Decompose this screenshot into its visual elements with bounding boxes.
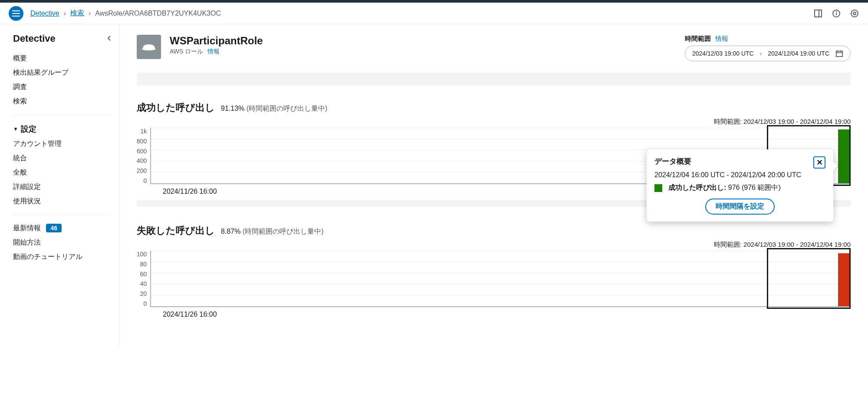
svg-rect-10 <box>836 51 842 57</box>
legend-swatch-icon <box>654 184 662 192</box>
nav-getting-started[interactable]: 開始方法 <box>13 235 119 250</box>
caret-down-icon: ▼ <box>13 126 18 132</box>
svg-point-7 <box>836 11 837 12</box>
time-range-block: 時間範囲 情報 2024/12/03 19:00 UTC › 2024/12/0… <box>685 35 851 61</box>
entity-type: AWS ロール <box>170 48 203 56</box>
panel-icon[interactable] <box>813 9 823 18</box>
chevron-left-icon <box>107 35 111 41</box>
nav-whatsnew[interactable]: 最新情報 46 <box>13 221 119 235</box>
collapse-sidebar-button[interactable] <box>107 35 111 43</box>
page-header: WSParticipantRole AWS ロール 情報 時間範囲 情報 202… <box>137 35 851 61</box>
nav-investigation[interactable]: 調査 <box>13 80 119 94</box>
nav-account-mgmt[interactable]: アカウント管理 <box>13 137 119 151</box>
breadcrumb-current: AwsRole/AROA6BTDB7Y2UYK4UK3OC <box>95 10 221 17</box>
bar-failed[interactable] <box>838 253 849 306</box>
chart-plot[interactable] <box>150 251 851 307</box>
tooltip-arrow <box>833 162 838 170</box>
tooltip-legend-value: 976 (976 範囲中) <box>728 184 781 191</box>
divider <box>13 215 110 215</box>
chart-title: 失敗した呼び出し <box>137 224 215 237</box>
nav-advanced[interactable]: 詳細設定 <box>13 180 119 194</box>
chart-tooltip: データ概要 ✕ 2024/12/04 16:00 UTC - 2024/12/0… <box>647 149 833 222</box>
svg-point-9 <box>853 12 856 15</box>
tooltip-legend-label: 成功した呼び出し: <box>668 184 726 191</box>
nav-search[interactable]: 検索 <box>13 94 119 109</box>
collapsed-panel <box>137 73 851 86</box>
svg-point-8 <box>851 10 858 17</box>
tooltip-close-button[interactable]: ✕ <box>813 156 825 169</box>
menu-toggle-button[interactable] <box>9 6 23 21</box>
info-icon[interactable] <box>832 9 841 18</box>
time-range-end: 2024/12/04 19:00 UTC <box>768 50 829 57</box>
header: Detective › 検索 › AwsRole/AROA6BTDB7Y2UYK… <box>0 3 868 24</box>
chevron-right-icon: › <box>89 10 91 17</box>
breadcrumb-root[interactable]: Detective <box>30 10 59 17</box>
x-axis-start-label: 2024/11/26 16:00 <box>137 311 851 318</box>
tooltip-legend: 成功した呼び出し: 976 (976 範囲中) <box>654 183 825 192</box>
time-range-info-link[interactable]: 情報 <box>715 35 728 43</box>
sidebar: Detective 概要 検出結果グループ 調査 検索 ▼ 設定 アカウント管理… <box>0 24 119 346</box>
chart-failed-calls: 失敗した呼び出し 8.87% (時間範囲の呼び出し量中) 時間範囲: 2024/… <box>137 224 851 318</box>
time-range-picker[interactable]: 2024/12/03 19:00 UTC › 2024/12/04 19:00 … <box>685 46 851 61</box>
nav-usage[interactable]: 使用状況 <box>13 194 119 209</box>
chart-successful-calls: 成功した呼び出し 91.13% (時間範囲の呼び出し量中) 時間範囲: 2024… <box>137 101 851 207</box>
y-axis: 1k 800 600 400 200 0 <box>137 128 150 184</box>
set-interval-button[interactable]: 時間間隔を設定 <box>705 199 775 215</box>
y-axis: 100 80 60 40 20 0 <box>137 251 150 307</box>
chart-percentage: 8.87% (時間範囲の呼び出し量中) <box>221 227 323 236</box>
breadcrumb: Detective › 検索 › AwsRole/AROA6BTDB7Y2UYK… <box>30 9 221 18</box>
breadcrumb-search[interactable]: 検索 <box>70 9 84 18</box>
chart-percentage: 91.13% (時間範囲の呼び出し量中) <box>221 104 327 113</box>
divider <box>13 115 110 115</box>
chevron-right-icon: › <box>64 10 66 17</box>
whatsnew-badge: 46 <box>46 224 62 232</box>
close-icon: ✕ <box>816 158 823 167</box>
nav-whatsnew-label: 最新情報 <box>13 224 41 232</box>
header-actions <box>813 9 859 18</box>
nav-integration[interactable]: 統合 <box>13 151 119 166</box>
calendar-icon <box>835 50 843 57</box>
time-range-start: 2024/12/03 19:00 UTC <box>692 50 754 57</box>
entity-name: WSParticipantRole <box>170 35 263 47</box>
chart-scope-label: 時間範囲: 2024/12/03 19:00 - 2024/12/04 19:0… <box>137 118 851 126</box>
main-content: WSParticipantRole AWS ロール 情報 時間範囲 情報 202… <box>119 24 868 346</box>
sidebar-title: Detective <box>13 33 56 44</box>
chevron-right-icon: › <box>760 50 762 57</box>
svg-rect-1 <box>12 13 20 14</box>
nav-settings-label: 設定 <box>21 124 36 134</box>
entity-info-link[interactable]: 情報 <box>207 48 220 56</box>
nav-general[interactable]: 全般 <box>13 166 119 180</box>
time-range-label: 時間範囲 <box>685 35 711 43</box>
hamburger-icon <box>12 10 20 17</box>
svg-rect-3 <box>815 10 822 17</box>
svg-rect-0 <box>12 10 20 11</box>
entity-icon <box>137 35 161 59</box>
nav-finding-groups[interactable]: 検出結果グループ <box>13 66 119 80</box>
svg-rect-2 <box>12 16 20 17</box>
chart-title: 成功した呼び出し <box>137 101 215 114</box>
chart-scope-label: 時間範囲: 2024/12/03 19:00 - 2024/12/04 19:0… <box>137 241 851 249</box>
support-icon[interactable] <box>850 9 859 18</box>
nav-tutorials[interactable]: 動画のチュートリアル <box>13 250 119 264</box>
tooltip-time-range: 2024/12/04 16:00 UTC - 2024/12/04 20:00 … <box>654 171 825 179</box>
nav-overview[interactable]: 概要 <box>13 51 119 66</box>
bar-success[interactable] <box>838 129 849 183</box>
tooltip-title: データ概要 <box>654 156 691 166</box>
role-hat-icon <box>141 42 157 52</box>
nav-settings-header[interactable]: ▼ 設定 <box>13 121 119 137</box>
